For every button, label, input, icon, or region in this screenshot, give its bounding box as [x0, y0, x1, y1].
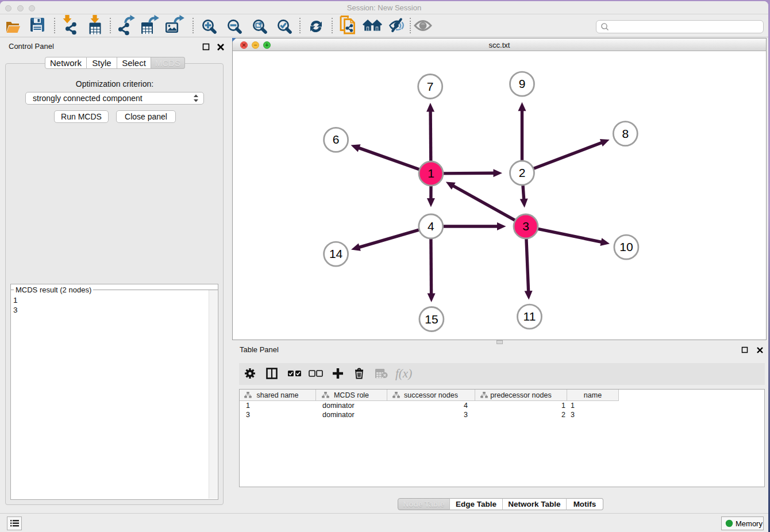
svg-text:15: 15: [425, 313, 438, 326]
svg-text:8: 8: [622, 127, 629, 140]
svg-text:10: 10: [619, 240, 633, 253]
svg-text:Memory: Memory: [736, 519, 763, 528]
svg-text:1: 1: [428, 167, 434, 180]
svg-text:4: 4: [428, 219, 434, 233]
svg-text:11: 11: [523, 310, 536, 323]
svg-text:9: 9: [519, 77, 526, 90]
svg-text:14: 14: [329, 247, 343, 260]
svg-text:3: 3: [522, 219, 529, 233]
svg-text:7: 7: [427, 80, 434, 93]
svg-text:2: 2: [519, 166, 526, 179]
svg-text:6: 6: [333, 133, 340, 146]
